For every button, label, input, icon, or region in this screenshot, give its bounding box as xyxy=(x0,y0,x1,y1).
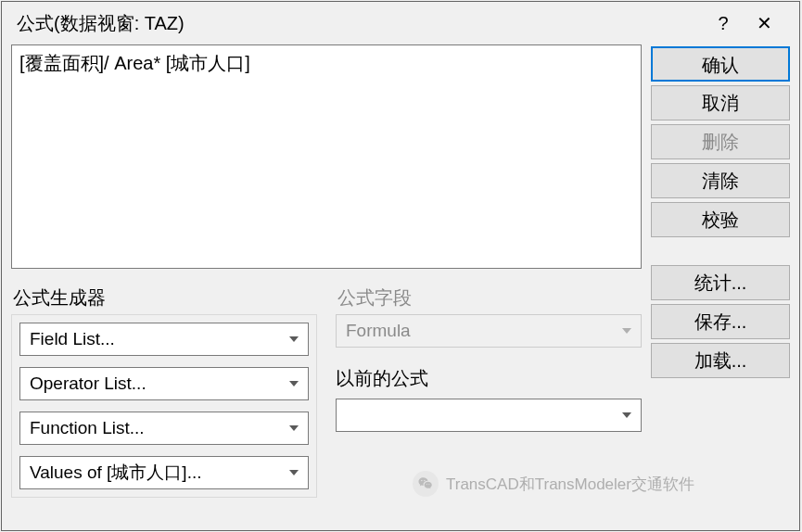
delete-button: 删除 xyxy=(651,124,790,159)
dialog-window: 公式(数据视窗: TAZ) ? ✕ 公式生成器 Field List... Op… xyxy=(1,1,800,531)
function-list-combo[interactable]: Function List... xyxy=(19,412,309,445)
chevron-down-icon xyxy=(289,470,299,475)
load-button[interactable]: 加载... xyxy=(651,343,790,378)
fields-panel: 公式字段 Formula 以前的公式 xyxy=(336,285,642,498)
verify-button[interactable]: 校验 xyxy=(651,202,790,237)
previous-formula-combo[interactable] xyxy=(336,399,642,432)
chevron-down-icon xyxy=(289,336,299,342)
operator-list-text: Operator List... xyxy=(30,374,146,394)
formula-textarea[interactable] xyxy=(11,44,642,269)
field-list-combo[interactable]: Field List... xyxy=(19,323,309,356)
close-button[interactable]: ✕ xyxy=(744,12,784,34)
help-button[interactable]: ? xyxy=(703,13,744,34)
window-title: 公式(数据视窗: TAZ) xyxy=(17,11,703,36)
ok-button[interactable]: 确认 xyxy=(651,46,790,82)
lower-panels: 公式生成器 Field List... Operator List... Fun… xyxy=(11,285,642,498)
titlebar: 公式(数据视窗: TAZ) ? ✕ xyxy=(2,2,799,44)
fields-label: 公式字段 xyxy=(336,285,642,310)
values-of-text: Values of [城市人口]... xyxy=(30,461,201,485)
left-column: 公式生成器 Field List... Operator List... Fun… xyxy=(11,44,642,521)
content-area: 公式生成器 Field List... Operator List... Fun… xyxy=(2,44,799,530)
builder-panel: 公式生成器 Field List... Operator List... Fun… xyxy=(11,285,317,498)
builder-group: Field List... Operator List... Function … xyxy=(11,314,317,498)
stats-button[interactable]: 统计... xyxy=(651,265,790,300)
chevron-down-icon xyxy=(622,328,631,334)
function-list-text: Function List... xyxy=(30,418,145,438)
clear-button[interactable]: 清除 xyxy=(651,163,790,198)
right-button-column: 确认 取消 删除 清除 校验 统计... 保存... 加载... xyxy=(651,44,790,521)
formula-field-text: Formula xyxy=(346,321,411,341)
save-button[interactable]: 保存... xyxy=(651,304,790,339)
chevron-down-icon xyxy=(622,412,631,418)
spacer xyxy=(651,241,790,261)
values-of-combo[interactable]: Values of [城市人口]... xyxy=(19,456,309,489)
previous-label: 以前的公式 xyxy=(336,366,642,391)
formula-field-combo: Formula xyxy=(336,314,642,348)
builder-label: 公式生成器 xyxy=(11,285,317,310)
chevron-down-icon xyxy=(289,381,299,386)
chevron-down-icon xyxy=(289,425,299,431)
field-list-text: Field List... xyxy=(30,329,115,349)
cancel-button[interactable]: 取消 xyxy=(651,85,790,120)
operator-list-combo[interactable]: Operator List... xyxy=(19,367,309,400)
